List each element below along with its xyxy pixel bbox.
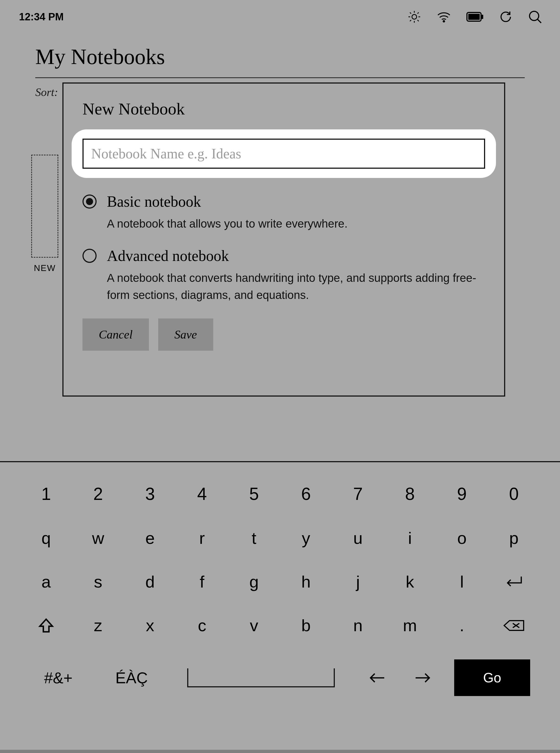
key-d[interactable]: d — [134, 572, 166, 591]
key-j[interactable]: j — [342, 572, 374, 591]
svg-line-7 — [410, 20, 411, 21]
key-b[interactable]: b — [290, 616, 322, 635]
key-5[interactable]: 5 — [238, 484, 270, 504]
key-space[interactable] — [187, 668, 335, 687]
key-q[interactable]: q — [30, 528, 62, 548]
keyboard-row-q: q w e r t y u i o p — [30, 528, 530, 548]
search-icon[interactable] — [528, 9, 542, 24]
advanced-notebook-desc: A notebook that converts handwriting int… — [107, 269, 485, 304]
key-t[interactable]: t — [238, 528, 270, 548]
keyboard-row-z: z x c v b n m . — [30, 616, 530, 635]
key-a[interactable]: a — [30, 572, 62, 591]
key-0[interactable]: 0 — [498, 484, 530, 504]
key-y[interactable]: y — [290, 528, 322, 548]
key-7[interactable]: 7 — [342, 484, 374, 504]
key-9[interactable]: 9 — [445, 484, 478, 504]
key-2[interactable]: 2 — [82, 484, 115, 504]
key-go[interactable]: Go — [454, 659, 530, 696]
notebook-name-input[interactable] — [82, 139, 485, 169]
new-notebook-tile-label: NEW — [31, 263, 58, 273]
key-enter[interactable] — [498, 575, 530, 589]
key-shift[interactable] — [30, 617, 62, 634]
svg-point-13 — [529, 12, 539, 21]
new-notebook-tile-box — [31, 155, 58, 258]
svg-line-14 — [538, 19, 541, 23]
svg-line-6 — [418, 20, 419, 21]
key-p[interactable]: p — [498, 528, 530, 548]
wifi-icon[interactable] — [436, 11, 452, 23]
status-bar: 12:34 PM — [0, 0, 560, 34]
key-4[interactable]: 4 — [186, 484, 218, 504]
bottom-border — [0, 750, 560, 753]
key-c[interactable]: c — [186, 616, 218, 635]
basic-notebook-title: Basic notebook — [107, 193, 347, 210]
key-u[interactable]: u — [342, 528, 374, 548]
battery-icon[interactable] — [466, 12, 484, 22]
key-s[interactable]: s — [82, 572, 115, 591]
svg-marker-15 — [40, 619, 53, 632]
advanced-notebook-option[interactable]: Advanced notebook A notebook that conver… — [82, 247, 485, 304]
key-n[interactable]: n — [342, 616, 374, 635]
key-o[interactable]: o — [445, 528, 478, 548]
keyboard-row-numbers: 1 2 3 4 5 6 7 8 9 0 — [30, 484, 530, 504]
key-x[interactable]: x — [134, 616, 166, 635]
key-arrow-right[interactable] — [408, 671, 438, 685]
keyboard-row-bottom: #&+ ÉÀÇ Go — [30, 659, 530, 696]
notebook-name-highlight — [72, 129, 496, 178]
key-1[interactable]: 1 — [30, 484, 62, 504]
key-h[interactable]: h — [290, 572, 322, 591]
key-f[interactable]: f — [186, 572, 218, 591]
key-z[interactable]: z — [82, 616, 115, 635]
key-k[interactable]: k — [394, 572, 426, 591]
key-m[interactable]: m — [394, 616, 426, 635]
svg-point-9 — [443, 21, 444, 22]
radio-unselected-icon — [82, 249, 97, 263]
on-screen-keyboard: 1 2 3 4 5 6 7 8 9 0 q w e r t y u i o p … — [0, 461, 560, 715]
key-e[interactable]: e — [134, 528, 166, 548]
key-8[interactable]: 8 — [394, 484, 426, 504]
new-notebook-dialog: New Notebook Basic notebook A notebook t… — [62, 82, 505, 396]
basic-notebook-option[interactable]: Basic notebook A notebook that allows yo… — [82, 193, 485, 232]
key-period[interactable]: . — [445, 616, 478, 635]
basic-notebook-desc: A notebook that allows you to write ever… — [107, 215, 347, 232]
brightness-icon[interactable] — [407, 10, 421, 24]
key-arrow-left[interactable] — [362, 671, 392, 685]
new-notebook-tile[interactable]: NEW — [31, 155, 58, 273]
svg-line-8 — [418, 13, 419, 14]
svg-line-5 — [410, 13, 411, 14]
page-title: My Notebooks — [35, 34, 525, 78]
key-r[interactable]: r — [186, 528, 218, 548]
key-accents[interactable]: ÉÀÇ — [103, 669, 160, 687]
key-symbols[interactable]: #&+ — [30, 669, 87, 687]
key-g[interactable]: g — [238, 572, 270, 591]
keyboard-row-a: a s d f g h j k l — [30, 572, 530, 591]
status-icons — [407, 9, 542, 24]
svg-rect-11 — [468, 14, 480, 20]
radio-selected-icon — [82, 195, 97, 209]
key-3[interactable]: 3 — [134, 484, 166, 504]
sync-icon[interactable] — [499, 10, 513, 24]
svg-rect-12 — [482, 15, 483, 19]
key-v[interactable]: v — [238, 616, 270, 635]
key-6[interactable]: 6 — [290, 484, 322, 504]
key-w[interactable]: w — [82, 528, 115, 548]
dialog-title: New Notebook — [82, 99, 485, 119]
key-backspace[interactable] — [498, 619, 530, 632]
cancel-button[interactable]: Cancel — [82, 319, 149, 351]
key-i[interactable]: i — [394, 528, 426, 548]
advanced-notebook-title: Advanced notebook — [107, 247, 485, 264]
clock: 12:34 PM — [19, 11, 64, 23]
svg-point-0 — [412, 14, 417, 19]
save-button[interactable]: Save — [158, 319, 213, 351]
key-l[interactable]: l — [445, 572, 478, 591]
